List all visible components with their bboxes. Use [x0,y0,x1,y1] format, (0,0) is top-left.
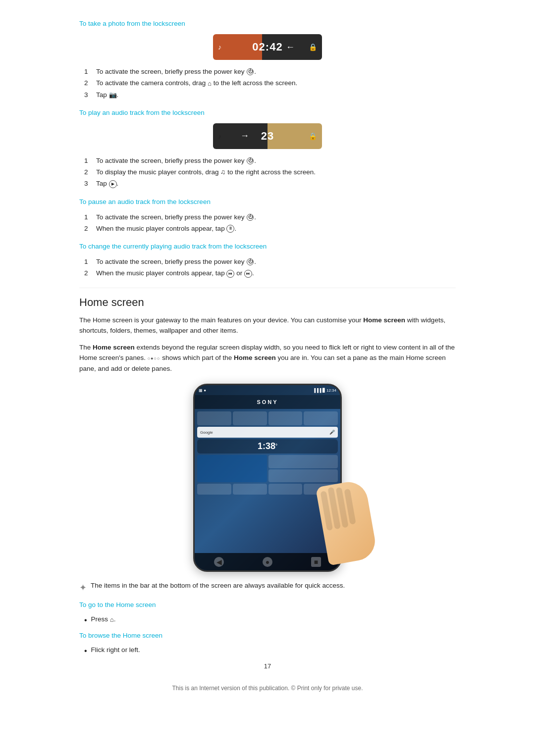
step-2: 2 To activate the camera controls, drag … [84,78,456,88]
power-icon-2: ⏻ [247,157,254,164]
section-take-photo: To take a photo from the lockscreen ♪ 02… [79,20,456,100]
music-icon-left2: ♪ [218,132,221,140]
dots-indicator: ○●○○ [148,356,160,361]
lockscreen-mock-1: ♪ 02:42 ← 🔒 [213,34,322,60]
phone-status-right: ▐▐▐ ▊ 12:34 [313,388,336,393]
go-to-home-item: Press ⌂. [84,615,456,626]
phone-status-left: ▦ ● [199,388,206,393]
play-step-3: 3 Tap ▶. [84,179,456,189]
section-home-screen: Home screen The Home screen is your gate… [79,296,456,657]
next-icon-circle: ⏭ [244,270,252,278]
steps-change-audio: 1 To activate the screen, briefly press … [79,257,456,279]
power-icon-3: ⏻ [247,214,254,221]
google-search-bar: Google 🎤 [197,427,338,438]
phone-content-area: Google 🎤 1:38° [195,409,340,499]
phone-bottom-bar: ◀ ● ■ [195,553,340,570]
widget-7 [268,469,338,483]
section-change-audio: To change the currently playing audio tr… [79,243,456,279]
step-1: 1 To activate the screen, briefly press … [84,67,456,77]
phone-btn-3: ■ [311,557,321,567]
widget-9 [233,484,267,495]
widget-row-2 [197,455,338,482]
arrow-left: ← [286,42,295,52]
browse-home-list: Flick right or left. [79,646,456,656]
page-number: 17 [79,662,456,670]
phone-with-hand: ▦ ● ▐▐▐ ▊ 12:34 SONY [193,384,342,572]
tip-icon: ✦ [79,582,87,593]
lockscreen-image-2: ♪ 23 → 🔒 [79,123,456,149]
section-divider-hr [79,288,456,288]
heading-play-audio: To play an audio track from the lockscre… [79,109,456,116]
heading-browse-home: To browse the Home screen [79,632,456,639]
play-step-1: 1 To activate the screen, briefly press … [84,156,456,166]
section-pause-audio: To pause an audio track from the lockscr… [79,198,456,234]
widget-col-right [268,455,338,482]
play-step-2: 2 To display the music player controls, … [84,167,456,177]
heading-go-to-home: To go to the Home screen [79,601,456,608]
widget-3 [268,411,303,425]
phone-status-bar: ▦ ● ▐▐▐ ▊ 12:34 [195,385,340,395]
page-content: To take a photo from the lockscreen ♪ 02… [79,0,456,721]
widget-row-1 [197,411,338,425]
arrow-right: → [240,131,249,141]
phone-btn-1: ◀ [214,557,224,567]
widget-4 [304,411,338,425]
lockscreen-time-display-2: 23 [261,130,274,143]
go-to-home-list: Press ⌂. [79,615,456,626]
widget-5 [197,455,267,482]
lockscreen-time-display-1: 02:42 [252,41,282,53]
step-3: 3 Tap 📷. [84,90,456,100]
home-icon-press: ⌂ [110,616,114,623]
phone-top-bar: SONY [195,395,340,409]
page-footer: This is an Internet version of this publ… [79,685,456,692]
play-icon-circle: ▶ [109,180,117,188]
phone-screen: ▦ ● ▐▐▐ ▊ 12:34 SONY [195,385,340,570]
heading-change-audio: To change the currently playing audio tr… [79,243,456,250]
pause-step-1: 1 To activate the screen, briefly press … [84,212,456,222]
steps-pause-audio: 1 To activate the screen, briefly press … [79,212,456,234]
change-step-1: 1 To activate the screen, briefly press … [84,257,456,267]
pause-icon-circle: ⏸ [226,225,234,233]
lockscreen-mock-2: ♪ 23 → 🔒 [213,123,322,149]
home-screen-para2: The Home screen extends beyond the regul… [79,342,456,374]
steps-take-photo: 1 To activate the screen, briefly press … [79,67,456,100]
home-screen-para1: The Home screen is your gateway to the m… [79,315,456,336]
prev-icon-circle: ⏮ [226,270,234,278]
home-screen-bold-3: Home screen [234,354,276,361]
widget-2 [233,411,267,425]
phone-btn-2: ● [263,557,272,567]
power-icon-1: ⏻ [247,68,254,75]
widget-10 [268,484,303,495]
lock-icon-right2: 🔒 [309,132,317,140]
home-screen-title: Home screen [79,296,456,309]
tip-text: The items in the bar at the bottom of th… [91,582,345,589]
widget-1 [197,411,231,425]
degrees-symbol: ° [275,443,277,449]
google-text: Google [200,430,213,435]
google-mic: 🎤 [329,430,335,435]
browse-home-item: Flick right or left. [84,646,456,656]
steps-play-audio: 1 To activate the screen, briefly press … [79,156,456,189]
phone-image-container: ▦ ● ▐▐▐ ▊ 12:34 SONY [79,384,456,572]
tip-row: ✦ The items in the bar at the bottom of … [79,582,456,593]
change-step-2: 2 When the music player controls appear,… [84,268,456,278]
lock-icon-right: 🔒 [309,43,317,51]
heading-pause-audio: To pause an audio track from the lockscr… [79,198,456,205]
widget-8 [197,484,231,495]
heading-take-photo: To take a photo from the lockscreen [79,20,456,27]
lockscreen-image-1: ♪ 02:42 ← 🔒 [79,34,456,60]
section-play-audio: To play an audio track from the lockscre… [79,109,456,189]
home-icon-drag: ⌂ [208,79,212,89]
pause-step-2: 2 When the music player controls appear,… [84,224,456,234]
go-to-home-text: Press ⌂. [91,615,116,623]
home-screen-bold-1: Home screen [363,316,405,324]
browse-home-text: Flick right or left. [91,646,140,654]
music-icon-left: ♪ [218,43,221,51]
camera-icon-tap: 📷 [109,90,117,100]
widget-6 [268,455,338,468]
sony-logo: SONY [257,399,278,405]
home-screen-bold-2: Home screen [93,344,135,351]
phone-mockup: ▦ ● ▐▐▐ ▊ 12:34 SONY [193,384,342,572]
phone-time-widget: 1:38° [197,439,338,454]
power-icon-4: ⏻ [247,258,254,265]
